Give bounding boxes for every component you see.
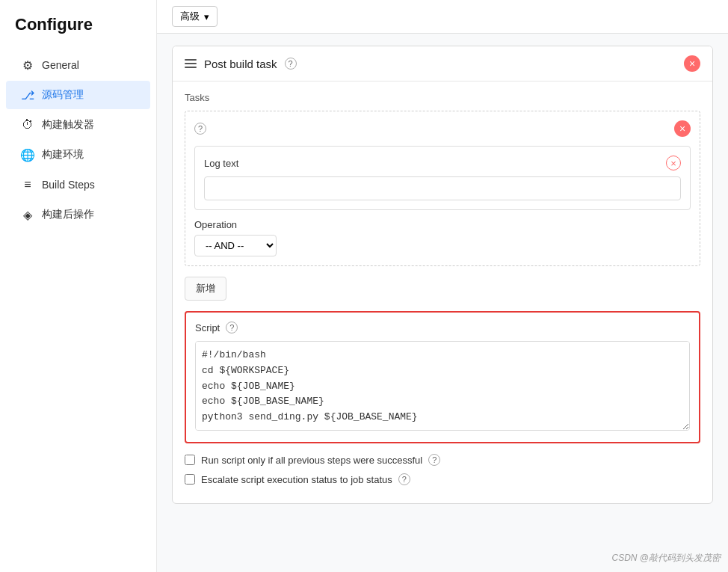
script-box: Script ? #!/bin/bash cd ${WORKSPACE} ech… — [185, 311, 700, 443]
script-textarea[interactable]: #!/bin/bash cd ${WORKSPACE} echo ${JOB_N… — [195, 341, 690, 431]
script-label: Script — [195, 322, 220, 333]
checkbox-prev-steps[interactable] — [185, 455, 195, 465]
task-title-help-icon[interactable]: ? — [285, 58, 297, 70]
top-bar: 高级 ▾ — [157, 0, 728, 34]
log-text-header: Log text × — [204, 156, 681, 170]
drag-handle-icon[interactable] — [185, 59, 197, 68]
post-build-task-card: Post build task ? × Tasks ? × Log t — [172, 46, 713, 504]
task-title-text: Post build task — [204, 58, 277, 70]
sidebar-item-general-label: General — [42, 59, 79, 71]
triggers-icon: ⏱ — [21, 118, 34, 132]
tasks-label: Tasks — [185, 92, 700, 103]
inner-close-button[interactable]: × — [674, 120, 691, 137]
log-text-close-button[interactable]: × — [666, 156, 681, 170]
main-content: 高级 ▾ Post build task ? × Tasks — [157, 0, 728, 572]
checkbox-row-2: Escalate script execution status to job … — [185, 473, 700, 485]
script-help-badge[interactable]: ? — [226, 322, 238, 333]
sidebar-item-build-steps[interactable]: ≡ Build Steps — [6, 170, 150, 199]
checkbox-row-1: Run script only if all previous steps we… — [185, 454, 700, 466]
checkbox-escalate-label: Escalate script execution status to job … — [201, 474, 392, 485]
post-build-icon: ◈ — [21, 208, 34, 221]
content-area: Post build task ? × Tasks ? × Log t — [157, 34, 728, 528]
advanced-label: 高级 — [180, 10, 200, 23]
log-text-input[interactable] — [204, 176, 681, 200]
build-steps-icon: ≡ — [21, 178, 34, 191]
checkbox-escalate[interactable] — [185, 474, 195, 485]
sidebar-item-general[interactable]: ⚙ General — [6, 51, 150, 79]
source-icon: ⎇ — [21, 88, 34, 102]
task-close-button[interactable]: × — [684, 55, 700, 72]
checkbox1-help-icon[interactable]: ? — [428, 454, 440, 466]
inner-help-badge[interactable]: ? — [194, 123, 206, 135]
env-icon: 🌐 — [21, 148, 34, 162]
sidebar-item-post-build-label: 构建后操作 — [42, 208, 94, 221]
sidebar-item-env-label: 构建环境 — [42, 148, 84, 162]
checkbox2-help-icon[interactable]: ? — [398, 473, 410, 485]
script-header: Script ? — [195, 322, 690, 333]
operation-select[interactable]: -- AND -- -- OR -- — [194, 235, 277, 256]
operation-section: Operation -- AND -- -- OR -- — [194, 219, 691, 256]
sidebar-item-post-build[interactable]: ◈ 构建后操作 — [6, 200, 150, 229]
sidebar-title: Configure — [0, 15, 156, 49]
sidebar-item-env[interactable]: 🌐 构建环境 — [6, 141, 150, 169]
advanced-dropdown[interactable]: 高级 ▾ — [172, 6, 218, 27]
task-card-title-group: Post build task ? — [185, 58, 297, 70]
inner-task-header: ? × — [194, 120, 691, 137]
sidebar-item-source-label: 源码管理 — [42, 88, 84, 102]
inner-task-box: ? × Log text × Operation — [185, 111, 700, 266]
watermark: CSDN @敲代码到头发茂密 — [611, 552, 721, 565]
sidebar-item-triggers-label: 构建触发器 — [42, 118, 94, 132]
dropdown-chevron-icon: ▾ — [204, 11, 209, 22]
sidebar-item-triggers[interactable]: ⏱ 构建触发器 — [6, 111, 150, 139]
sidebar-item-source[interactable]: ⎇ 源码管理 — [6, 81, 150, 109]
task-card-body: Tasks ? × Log text × — [173, 82, 712, 503]
checkbox-prev-steps-label: Run script only if all previous steps we… — [201, 455, 422, 466]
sidebar: Configure ⚙ General ⎇ 源码管理 ⏱ 构建触发器 🌐 构建环… — [0, 0, 157, 572]
sidebar-item-build-steps-label: Build Steps — [42, 179, 95, 191]
log-text-label: Log text — [204, 158, 238, 169]
log-text-box: Log text × — [194, 146, 691, 210]
general-icon: ⚙ — [21, 58, 34, 72]
operation-label: Operation — [194, 219, 691, 230]
add-task-button[interactable]: 新增 — [185, 277, 226, 301]
task-card-header: Post build task ? × — [173, 46, 712, 82]
